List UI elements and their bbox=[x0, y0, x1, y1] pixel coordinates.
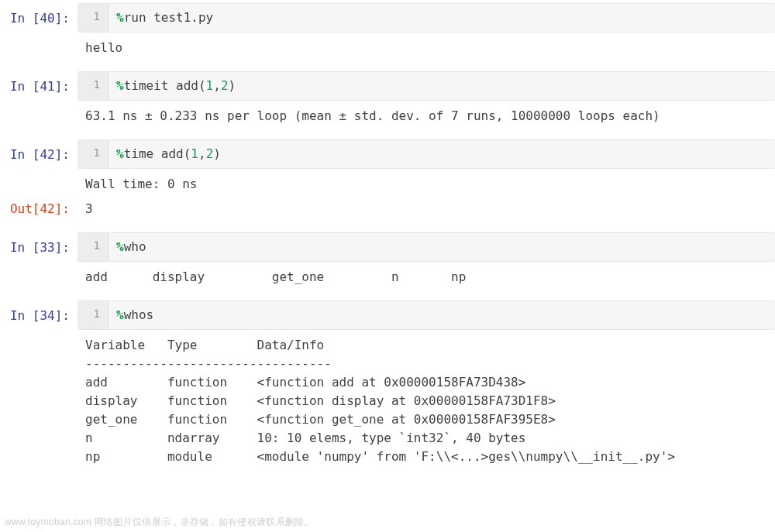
notebook-cell: In [40]: 1 %run test1.py hello bbox=[0, 3, 775, 57]
empty-prompt bbox=[0, 262, 78, 268]
stdout-text: hello bbox=[78, 33, 775, 57]
magic-percent: % bbox=[116, 78, 124, 93]
input-row: In [41]: 1 %timeit add(1,2) bbox=[0, 71, 775, 101]
stdout-text: Wall time: 0 ns bbox=[78, 169, 775, 194]
code-content[interactable]: %run test1.py bbox=[108, 4, 775, 32]
code-body: who bbox=[124, 239, 146, 254]
notebook-cell: In [42]: 1 %time add(1,2) Wall time: 0 n… bbox=[0, 139, 775, 218]
line-number-gutter: 1 bbox=[78, 233, 108, 261]
in-prompt: In [40]: bbox=[0, 3, 78, 28]
in-prompt-number: 42 bbox=[40, 147, 54, 162]
line-number-gutter: 1 bbox=[78, 301, 108, 329]
stdout-text: 63.1 ns ± 0.233 ns per loop (mean ± std.… bbox=[78, 101, 775, 125]
result-row: Out[42]: 3 bbox=[0, 194, 775, 218]
empty-prompt bbox=[0, 101, 78, 107]
code-input[interactable]: 1 %whos bbox=[78, 300, 775, 330]
in-prompt: In [42]: bbox=[0, 139, 78, 164]
out-prompt: Out[42]: bbox=[0, 194, 78, 218]
out-prompt-number: 42 bbox=[40, 201, 54, 216]
arg-0: 1 bbox=[206, 78, 214, 93]
in-prompt-number: 41 bbox=[40, 79, 54, 94]
stdout-text: add display get_one n np bbox=[78, 262, 775, 287]
code-input[interactable]: 1 %timeit add(1,2) bbox=[78, 71, 775, 101]
line-number-gutter: 1 bbox=[78, 72, 108, 100]
in-prompt-label: In bbox=[10, 147, 33, 162]
out-prompt-label: Out bbox=[10, 201, 33, 216]
in-prompt-label: In bbox=[10, 308, 33, 323]
stdout-row: 63.1 ns ± 0.233 ns per loop (mean ± std.… bbox=[0, 101, 775, 125]
in-prompt-label: In bbox=[10, 11, 33, 26]
arg-1: 2 bbox=[221, 78, 229, 93]
code-input[interactable]: 1 %time add(1,2) bbox=[78, 139, 775, 169]
in-prompt-label: In bbox=[10, 240, 33, 255]
code-input[interactable]: 1 %run test1.py bbox=[78, 3, 775, 33]
code-body: time add bbox=[124, 146, 184, 161]
in-prompt: In [33]: bbox=[0, 232, 78, 257]
in-prompt-number: 33 bbox=[40, 240, 54, 255]
input-row: In [42]: 1 %time add(1,2) bbox=[0, 139, 775, 169]
in-prompt: In [41]: bbox=[0, 71, 78, 96]
notebook-cell: In [34]: 1 %whos Variable Type Data/Info… bbox=[0, 300, 775, 466]
magic-percent: % bbox=[116, 146, 124, 161]
magic-percent: % bbox=[116, 307, 124, 322]
empty-prompt bbox=[0, 169, 78, 175]
input-row: In [34]: 1 %whos bbox=[0, 300, 775, 330]
input-row: In [33]: 1 %who bbox=[0, 232, 775, 262]
line-number-gutter: 1 bbox=[78, 140, 108, 168]
code-content[interactable]: %timeit add(1,2) bbox=[108, 72, 775, 100]
code-content[interactable]: %time add(1,2) bbox=[108, 140, 775, 168]
code-body: whos bbox=[124, 307, 154, 322]
code-body: timeit add bbox=[124, 78, 198, 93]
line-number-gutter: 1 bbox=[78, 4, 108, 32]
in-prompt-number: 34 bbox=[40, 308, 54, 323]
in-prompt-label: In bbox=[10, 79, 33, 94]
stdout-row: add display get_one n np bbox=[0, 262, 775, 287]
code-input[interactable]: 1 %who bbox=[78, 232, 775, 262]
stdout-row: Variable Type Data/Info ----------------… bbox=[0, 330, 775, 466]
in-prompt: In [34]: bbox=[0, 300, 78, 325]
empty-prompt bbox=[0, 330, 78, 336]
result-text: 3 bbox=[78, 194, 775, 218]
magic-percent: % bbox=[116, 239, 124, 254]
in-prompt-number: 40 bbox=[40, 11, 54, 26]
code-body: run test1.py bbox=[124, 10, 214, 25]
notebook-cell: In [41]: 1 %timeit add(1,2) 63.1 ns ± 0.… bbox=[0, 71, 775, 125]
code-content[interactable]: %whos bbox=[108, 301, 775, 329]
arg-0: 1 bbox=[191, 146, 198, 161]
magic-percent: % bbox=[116, 10, 124, 25]
stdout-row: hello bbox=[0, 33, 775, 57]
empty-prompt bbox=[0, 33, 78, 39]
jupyter-notebook: In [40]: 1 %run test1.py hello In [41]: … bbox=[0, 0, 775, 496]
stdout-row: Wall time: 0 ns bbox=[0, 169, 775, 194]
code-content[interactable]: %who bbox=[108, 233, 775, 261]
arg-1: 2 bbox=[206, 146, 214, 161]
notebook-cell: In [33]: 1 %who add display get_one n np bbox=[0, 232, 775, 287]
input-row: In [40]: 1 %run test1.py bbox=[0, 3, 775, 33]
stdout-text: Variable Type Data/Info ----------------… bbox=[78, 330, 775, 466]
